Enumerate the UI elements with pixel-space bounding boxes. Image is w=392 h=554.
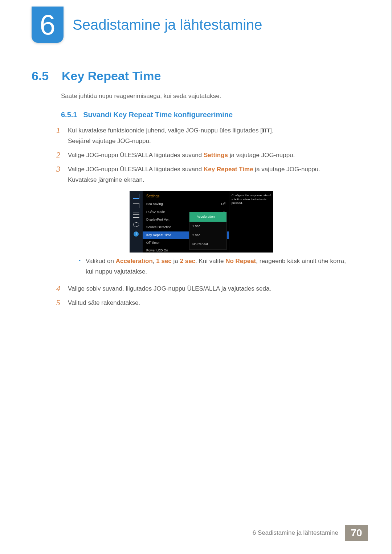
page-footer: 6 Seadistamine ja lähtestamine 70 [253, 525, 368, 541]
section-number: 6.5 [32, 69, 49, 83]
bullet-text: Valikud on Acceleration, 1 sec ja 2 sec.… [86, 256, 347, 277]
step-body: Valige JOG-nuppu ÜLES/ALLA liigutades su… [68, 150, 347, 161]
osd-popup: ✔Acceleration 1 sec 2 sec No Repeat [189, 212, 227, 249]
highlight-2sec: 2 sec [180, 258, 196, 264]
step-number: 2 [56, 150, 68, 161]
step-1: 1 Kui kuvatakse funktsioonide juhend, va… [56, 126, 347, 147]
osd-option-label: Acceleration [197, 215, 215, 218]
chapter-number-badge: 6 [32, 7, 64, 43]
step-number: 5 [56, 298, 68, 308]
step-5: 5 Valitud säte rakendatakse. [56, 298, 347, 308]
highlight-no-repeat: No Repeat [225, 258, 256, 264]
osd-screenshot: i Settings Eco SavingOff PC/AV Mode▸ Dis… [130, 191, 273, 253]
osd-label: Power LED On [146, 248, 168, 253]
step-number: 3 [56, 164, 68, 280]
osd-row-eco: Eco SavingOff [143, 200, 229, 208]
osd-label: DisplayPort Ver. [146, 217, 170, 222]
list-icon [133, 213, 139, 218]
osd-option-2sec: 2 sec [189, 231, 226, 240]
step-text: Valige JOG-nuppu ÜLES/ALLA liigutades su… [68, 152, 204, 159]
osd-label: Eco Saving [146, 201, 163, 207]
text: , [153, 258, 156, 264]
osd-label: Key Repeat Time [146, 233, 171, 238]
osd-value: Off [221, 201, 225, 207]
highlight-settings: Settings [204, 152, 228, 159]
menu-icon [262, 128, 270, 133]
osd-heading: Settings [143, 191, 229, 200]
step-text: Kui kuvatakse funktsioonide juhend, vali… [68, 127, 262, 134]
section-intro: Saate juhtida nupu reageerimisaega, kui … [61, 93, 221, 100]
step-text: ja vajutage JOG-nuppu. [228, 152, 295, 159]
osd-option-acceleration: ✔Acceleration [189, 212, 226, 221]
info-icon: i [134, 231, 139, 237]
osd-label: PC/AV Mode [146, 209, 165, 215]
step-number: 1 [56, 126, 68, 147]
note-bullet: • Valikud on Acceleration, 1 sec ja 2 se… [68, 256, 347, 277]
footer-chapter-label: 6 Seadistamine ja lähtestamine [253, 525, 345, 541]
step-2: 2 Valige JOG-nuppu ÜLES/ALLA liigutades … [56, 150, 347, 161]
step-body: Kui kuvatakse funktsioonide juhend, vali… [68, 126, 347, 147]
osd-label: Off Timer [146, 240, 160, 246]
step-text: Valige JOG-nuppu ÜLES/ALLA liigutades su… [68, 166, 204, 173]
osd-sidebar: i [130, 191, 143, 253]
text: Valikud on [86, 258, 116, 264]
page-number: 70 [345, 525, 368, 541]
step-body: Valitud säte rakendatakse. [68, 298, 347, 308]
highlight-1sec: 1 sec [156, 258, 172, 264]
section-title: Key Repeat Time [62, 69, 161, 83]
step-3: 3 Valige JOG-nuppu ÜLES/ALLA liigutades … [56, 164, 347, 280]
step-text: Seejärel vajutage JOG-nuppu. [68, 138, 151, 144]
step-list: 1 Kui kuvatakse funktsioonide juhend, va… [56, 126, 347, 312]
chapter-title: Seadistamine ja lähtestamine [73, 17, 262, 33]
step-text: Kuvatakse järgmine ekraan. [68, 176, 144, 183]
subsection-number: 6.5.1 [61, 111, 77, 119]
osd-help-text: Configure the response rate of a button … [229, 191, 273, 253]
step-text: ]. [270, 127, 273, 134]
manual-page: 6 Seadistamine ja lähtestamine 6.5 Key R… [0, 0, 392, 554]
aspect-icon [133, 203, 139, 208]
check-icon: ✔ [192, 215, 195, 218]
osd-menu: Settings Eco SavingOff PC/AV Mode▸ Displ… [143, 191, 229, 253]
subsection-heading: 6.5.1 Suvandi Key Repeat Time konfiguree… [61, 111, 233, 119]
step-body: Valige sobiv suvand, liigutades JOG-nupp… [68, 284, 347, 294]
osd-option-no-repeat: No Repeat [189, 240, 226, 249]
highlight-acceleration: Acceleration [116, 258, 153, 264]
osd-label: Source Detection [146, 225, 171, 230]
step-4: 4 Valige sobiv suvand, liigutades JOG-nu… [56, 284, 347, 294]
picture-icon [133, 194, 139, 199]
osd-option-1sec: 1 sec [189, 222, 226, 231]
step-text: ja vajutage JOG-nuppu. [253, 166, 320, 173]
text: . Kui valite [195, 258, 225, 264]
step-body: Valige JOG-nuppu ÜLES/ALLA liigutades su… [68, 164, 347, 280]
gear-icon [133, 222, 139, 227]
highlight-key-repeat-time: Key Repeat Time [204, 166, 253, 173]
bullet-icon: • [79, 256, 81, 277]
text: ja [172, 258, 180, 264]
step-number: 4 [56, 284, 68, 294]
subsection-title: Suvandi Key Repeat Time konfigureerimine [83, 111, 233, 119]
